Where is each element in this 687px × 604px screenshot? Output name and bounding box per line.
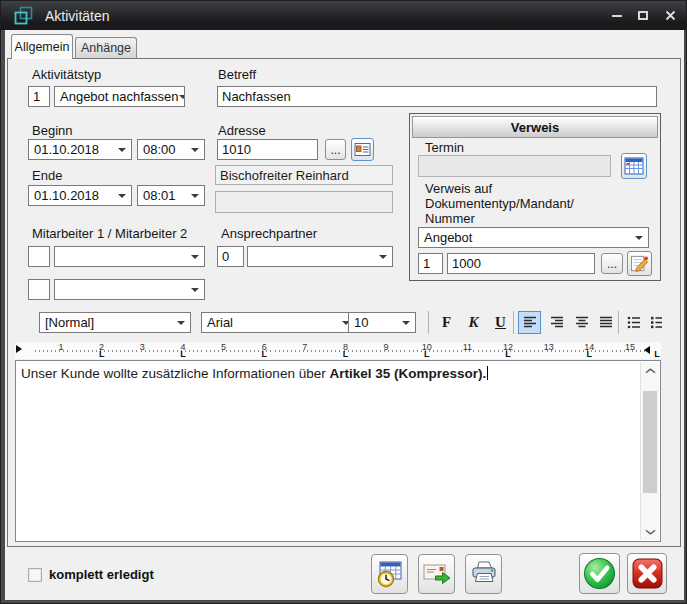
notes-text: Unser Kunde wollte zusätzliche Informati… <box>21 365 634 383</box>
beginn-date-dropdown[interactable]: 01.10.2018 <box>28 139 132 160</box>
adresse-field[interactable]: 1010 <box>217 139 318 160</box>
ruler[interactable]: 123456789101112131415LLLLLLLL <box>15 342 661 359</box>
bold-button[interactable]: F <box>434 311 459 334</box>
align-right-button[interactable] <box>545 311 568 334</box>
ruler-indent-marker[interactable] <box>16 345 22 353</box>
chevron-down-icon <box>179 95 185 99</box>
adresse-browse-label: ... <box>330 143 340 157</box>
scroll-down-button[interactable] <box>641 523 659 540</box>
cancel-button[interactable] <box>627 553 667 594</box>
toolbar-separator <box>428 311 429 334</box>
dokumententyp-dropdown[interactable]: Angebot <box>418 227 649 248</box>
mitarbeiter1-code-field[interactable] <box>28 246 50 267</box>
dokumententyp-value: Angebot <box>424 230 472 245</box>
toolbar-separator <box>513 311 514 334</box>
verweis-edit-button[interactable] <box>627 251 652 276</box>
chevron-up-icon <box>645 368 656 374</box>
komplett-erledigt-checkbox[interactable] <box>28 568 42 582</box>
ruler-number: 5 <box>221 342 226 352</box>
mitarbeiter2-dropdown[interactable] <box>54 279 205 300</box>
bold-label: F <box>442 314 451 331</box>
tab-anhaenge[interactable]: Anhänge <box>75 37 137 58</box>
chevron-down-icon <box>635 236 643 240</box>
verweis-header: Verweis <box>412 116 658 138</box>
red-cross-icon <box>632 558 663 589</box>
verweis-browse-label: ... <box>607 257 617 271</box>
beginn-time-dropdown[interactable]: 08:00 <box>137 139 205 160</box>
adresse-extra-display <box>215 191 393 213</box>
ende-date-dropdown[interactable]: 01.10.2018 <box>28 185 132 206</box>
ruler-margin-marker[interactable] <box>644 346 650 354</box>
maximize-icon[interactable] <box>633 7 653 24</box>
chevron-down-icon <box>191 148 199 152</box>
align-justify-button[interactable] <box>594 311 617 334</box>
mitarbeiter1-dropdown[interactable] <box>54 246 205 267</box>
schedule-button[interactable] <box>371 554 408 594</box>
ruler-tab-stop[interactable]: L <box>424 349 430 359</box>
chevron-down-icon <box>645 529 656 535</box>
notes-text-normal: Unser Kunde wollte zusätzliche Informati… <box>21 366 329 381</box>
mandant-value: 1 <box>423 256 430 271</box>
beginn-time-value: 08:00 <box>143 142 176 157</box>
ruler-tab-stop[interactable]: L <box>261 349 267 359</box>
ok-button[interactable] <box>579 553 620 594</box>
termin-calendar-button[interactable] <box>621 153 647 179</box>
adresse-label: Adresse <box>218 123 266 138</box>
notes-text-bold: Artikel 35 (Kompressor). <box>329 366 486 381</box>
window-title: Aktivitäten <box>45 8 110 24</box>
paragraph-style-value: [Normal] <box>45 315 94 330</box>
align-left-button[interactable] <box>518 311 541 334</box>
ende-date-value: 01.10.2018 <box>34 188 99 203</box>
edit-pencil-icon <box>630 254 649 273</box>
betreff-value: Nachfassen <box>222 89 291 104</box>
calendar-clock-icon <box>376 560 404 588</box>
ruler-number: 3 <box>140 342 145 352</box>
underline-button[interactable]: U <box>488 311 513 334</box>
termin-field[interactable] <box>418 155 611 177</box>
ansprechpartner-code-field[interactable]: 0 <box>217 246 244 267</box>
numbered-list-button[interactable] <box>646 311 663 334</box>
close-glyph <box>665 10 676 21</box>
verweis-browse-button[interactable]: ... <box>601 253 623 274</box>
ruler-tab-stop[interactable]: L <box>99 349 105 359</box>
tab-allgemein[interactable]: Allgemein <box>11 34 73 59</box>
ruler-tab-stop[interactable]: L <box>587 349 593 359</box>
send-email-button[interactable] <box>418 554 455 594</box>
chevron-down-icon <box>191 288 199 292</box>
close-icon[interactable] <box>659 7 681 24</box>
ruler-tab-stop[interactable]: L <box>343 349 349 359</box>
font-family-dropdown[interactable]: Arial <box>201 312 356 333</box>
ansprechpartner-label: Ansprechpartner <box>221 226 317 241</box>
betreff-field[interactable]: Nachfassen <box>217 86 657 107</box>
paragraph-style-dropdown[interactable]: [Normal] <box>39 312 191 333</box>
mitarbeiter2-code-field[interactable] <box>28 279 50 300</box>
nummer-field[interactable]: 1000 <box>447 253 595 274</box>
align-center-icon <box>575 316 589 329</box>
toolbar-separator <box>618 311 619 334</box>
ruler-tab-stop[interactable]: L <box>180 349 186 359</box>
print-button[interactable] <box>465 554 502 594</box>
ruler-tab-stop[interactable]: L <box>505 349 511 359</box>
adresse-name-display: Bischofreiter Reinhard <box>215 165 393 185</box>
scrollbar-thumb[interactable] <box>643 391 657 493</box>
italic-button[interactable]: K <box>461 311 486 334</box>
ende-time-dropdown[interactable]: 08:01 <box>137 185 205 206</box>
scroll-up-button[interactable] <box>641 362 659 379</box>
chevron-down-icon <box>379 255 387 259</box>
chevron-down-icon <box>118 148 126 152</box>
notes-textarea[interactable]: Unser Kunde wollte zusätzliche Informati… <box>15 360 661 542</box>
bullet-list-button[interactable] <box>622 311 645 334</box>
minimize-icon[interactable] <box>607 7 627 24</box>
font-size-dropdown[interactable]: 10 <box>348 312 416 333</box>
ansprechpartner-dropdown[interactable] <box>247 246 393 267</box>
align-center-button[interactable] <box>570 311 593 334</box>
beginn-date-value: 01.10.2018 <box>34 142 99 157</box>
mandant-field[interactable]: 1 <box>418 253 443 274</box>
adresse-browse-button[interactable]: ... <box>325 139 346 160</box>
adresse-card-button[interactable] <box>351 138 374 161</box>
verweis-auf-label: Verweis auf Dokumententyp/Mandant/ Numme… <box>425 181 574 226</box>
vertical-scrollbar[interactable] <box>640 362 659 540</box>
aktivitaetstyp-code-field[interactable]: 1 <box>28 86 50 107</box>
ruler-tab-stop[interactable]: L <box>654 349 660 359</box>
aktivitaetstyp-dropdown[interactable]: Angebot nachfassen <box>54 86 185 107</box>
